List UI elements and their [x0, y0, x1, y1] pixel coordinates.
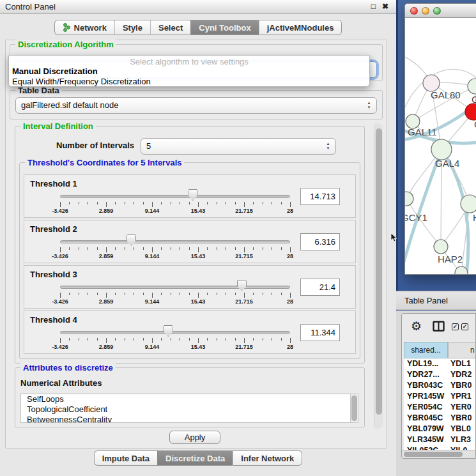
threshold-value-field[interactable]: 21.4 — [300, 279, 340, 296]
numerical-attributes-list[interactable]: SelfLoopsTopologicalCoefficientBetweenne… — [20, 394, 353, 423]
table-row[interactable]: YBL079WYBL0 — [404, 424, 476, 434]
tab-jactivemnodules[interactable]: jActiveMNodules — [259, 20, 342, 35]
tab-cyni-toolbox[interactable]: Cyni Toolbox — [190, 20, 258, 35]
threshold-value-field[interactable]: 11.344 — [300, 324, 340, 341]
threshold-slider-track[interactable] — [60, 240, 290, 243]
slider-tick — [60, 293, 61, 298]
slider-tick — [152, 247, 153, 252]
table-cell-name[interactable]: YBR0 — [448, 413, 472, 424]
tab-label: Network — [74, 20, 107, 35]
attribute-list-item[interactable]: BetweennessCentrality — [21, 415, 352, 423]
tab-infer-network[interactable]: Infer Network — [233, 450, 302, 466]
table-cell-name[interactable]: YPR1 — [448, 391, 472, 402]
tab-label: Impute Data — [102, 451, 150, 466]
table-cell-shared-name[interactable]: YBL079W — [404, 424, 448, 434]
checkbox-icon[interactable]: ✓ — [452, 323, 459, 330]
slider-tick-label: 2.859 — [91, 208, 121, 214]
zoom-traffic-light-icon[interactable] — [433, 7, 441, 15]
popup-option-equal-width-frequency[interactable]: Equal Width/Frequency Discretization — [12, 77, 151, 86]
table-cell-name[interactable]: YIL0 — [448, 445, 467, 450]
threshold-slider-handle[interactable] — [237, 280, 247, 291]
tab-discretize-data[interactable]: Discretize Data — [157, 450, 233, 466]
attribute-list-item[interactable]: SelfLoops — [21, 394, 352, 404]
table-cell-name[interactable]: YDL1 — [448, 358, 471, 369]
attribute-list-item[interactable]: TopologicalCoefficient — [21, 404, 352, 415]
column-header-name[interactable]: n — [448, 342, 476, 358]
table-cell-name[interactable]: YBL0 — [448, 424, 471, 434]
checkbox-icon[interactable]: ✓ — [461, 323, 468, 330]
slider-tick — [207, 338, 208, 341]
table-cell-name[interactable]: YBR0 — [448, 380, 472, 391]
table-row[interactable]: YLR345WYLR3 — [404, 434, 476, 445]
slider-tick-label: 28 — [275, 344, 305, 350]
table-horizontal-scrollbar[interactable] — [402, 450, 476, 458]
node-h — [461, 195, 476, 213]
threshold-slider-handle[interactable] — [164, 325, 173, 337]
threshold-slider-track[interactable] — [60, 286, 290, 289]
slider-tick-label: 15.43 — [183, 208, 213, 214]
number-of-intervals-combo[interactable]: 5 ▲▼ — [141, 138, 336, 155]
apply-button[interactable]: Apply — [169, 431, 220, 444]
table-data-combo[interactable]: galFiltered.sif default node ▲▼ — [15, 97, 377, 114]
table-row[interactable]: YBR045CYBR0 — [404, 413, 476, 424]
slider-tick — [171, 202, 171, 204]
slider-tick — [235, 202, 236, 204]
table-cell-shared-name[interactable]: YDR27... — [404, 369, 448, 380]
table-cell-name[interactable]: YLR3 — [448, 434, 471, 445]
table-data-title: Table Data — [15, 86, 62, 95]
threshold-slider-track[interactable] — [60, 195, 290, 198]
slider-tick — [143, 247, 144, 250]
slider-tick — [189, 338, 190, 341]
table-row[interactable]: YDR27...YDR2 — [404, 369, 476, 380]
float-window-icon[interactable]: □ — [371, 2, 376, 11]
gear-icon[interactable]: ⚙ — [411, 319, 422, 334]
settings-vertical-scrollbar[interactable] — [374, 123, 383, 429]
tab-network[interactable]: Network — [54, 20, 114, 35]
table-row[interactable]: YER054CYER0 — [404, 402, 476, 413]
table-row[interactable]: YIL052CYIL0 — [404, 445, 476, 450]
threshold-value-field[interactable]: 14.713 — [300, 188, 340, 205]
slider-tick — [217, 338, 217, 341]
mouse-cursor — [390, 233, 398, 245]
slider-tick — [198, 293, 199, 298]
table-cell-shared-name[interactable]: YLR345W — [404, 434, 448, 445]
slider-tick — [79, 247, 79, 250]
attributes-list-scrollbar[interactable] — [350, 394, 358, 423]
tab-select[interactable]: Select — [150, 20, 190, 35]
minimize-traffic-light-icon[interactable] — [422, 7, 429, 15]
slider-tick — [115, 202, 116, 204]
table-row[interactable]: YDL19...YDL1 — [404, 358, 476, 369]
table-cell-shared-name[interactable]: YBR043C — [404, 380, 448, 391]
threshold-value-field[interactable]: 6.316 — [300, 233, 340, 250]
slider-tick-label: 28 — [275, 253, 305, 259]
network-canvas[interactable]: GAL80 GA C GAL11 GAL4 GCY1 H HAP2 — [405, 18, 476, 275]
slider-tick — [226, 247, 226, 250]
table-row[interactable]: YPR145WYPR1 — [404, 391, 476, 402]
popup-option-manual-discretization[interactable]: Manual Discretization — [12, 66, 98, 76]
slider-tick — [235, 293, 236, 295]
table-cell-shared-name[interactable]: YPR145W — [404, 391, 448, 402]
tab-style[interactable]: Style — [114, 20, 150, 35]
table-cell-name[interactable]: YDR2 — [448, 369, 472, 380]
table-cell-shared-name[interactable]: YBR045C — [404, 413, 448, 424]
columns-icon[interactable] — [433, 321, 445, 334]
table-cell-shared-name[interactable]: YDL19... — [404, 358, 448, 369]
table-cell-name[interactable]: YER0 — [448, 402, 472, 413]
network-graph: GAL80 GA C GAL11 GAL4 GCY1 H HAP2 — [405, 18, 476, 275]
threshold-slider-handle[interactable] — [127, 234, 136, 246]
slider-tick — [143, 293, 144, 295]
table-cell-shared-name[interactable]: YIL052C — [404, 445, 448, 450]
slider-tick — [290, 293, 291, 298]
close-traffic-light-icon[interactable] — [410, 7, 418, 15]
table-cell-shared-name[interactable]: YER054C — [404, 402, 448, 413]
column-header-shared-name[interactable]: shared... — [404, 342, 448, 358]
threshold-slider-handle[interactable] — [188, 189, 197, 201]
close-window-icon[interactable]: ✖ — [382, 2, 388, 11]
slider-tick — [189, 293, 190, 295]
threshold-slider-track[interactable] — [60, 331, 290, 334]
slider-tick — [69, 247, 70, 250]
slider-tick — [97, 338, 98, 341]
tab-impute-data[interactable]: Impute Data — [94, 450, 157, 466]
slider-tick — [263, 202, 263, 204]
table-row[interactable]: YBR043CYBR0 — [404, 380, 476, 391]
